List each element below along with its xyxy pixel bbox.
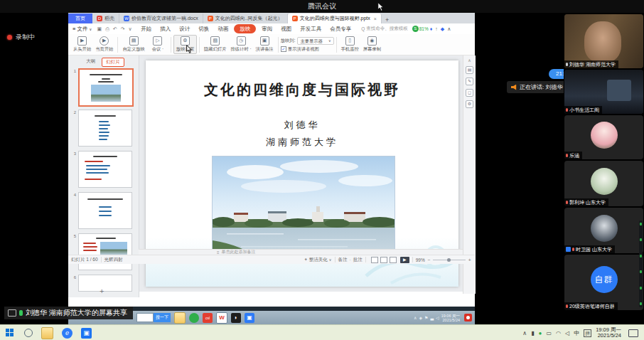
participant-tile-guolikun[interactable]: 郭利坤 山东大学 xyxy=(564,161,643,206)
reading-view-icon[interactable] xyxy=(390,257,397,263)
participant-tile-xiaoshusheng[interactable]: 小书生活工阁 xyxy=(564,70,643,114)
tray-shield-icon[interactable]: ◈ xyxy=(419,315,422,320)
search-go-button[interactable]: 搜一下 xyxy=(154,313,171,322)
slide-thumbnail-4[interactable]: 4 xyxy=(71,192,132,229)
beautify-button[interactable]: 整洁美化 xyxy=(309,257,328,263)
slide-thumbnail-5[interactable]: 5 xyxy=(71,233,132,270)
menu-tab-member[interactable]: 会员专享 xyxy=(326,24,355,33)
tray-volume-icon[interactable]: ◁ xyxy=(436,315,439,320)
outline-tab[interactable]: 大纲 xyxy=(82,58,99,67)
menu-tab-insert[interactable]: 插入 xyxy=(156,24,175,33)
slide-thumbnail-1[interactable]: 1 xyxy=(71,68,134,107)
tab-ppt-other[interactable]: P文化的四维向..同反集（起光） xyxy=(203,14,288,23)
ime-pinyin-indicator[interactable]: 拼 xyxy=(584,329,591,337)
file-menu-button[interactable]: ≡文件∨ xyxy=(68,26,95,33)
menu-tab-view[interactable]: 视图 xyxy=(277,24,296,33)
shared-search-box[interactable]: 搜一下 xyxy=(136,313,171,322)
slideshow-play-button[interactable]: ▶ xyxy=(400,257,409,263)
tab-docer[interactable]: D稻壳 xyxy=(92,14,119,23)
file-explorer-icon[interactable] xyxy=(41,327,53,339)
ime-indicator[interactable]: 中 xyxy=(574,329,579,337)
phone-remote-button[interactable]: ▯手机遥控 xyxy=(339,36,361,53)
print-icon[interactable]: ⎙ xyxy=(104,26,112,32)
tencent-meeting-icon[interactable]: ▣ xyxy=(81,328,92,339)
member-diamond-icon[interactable]: ◆ xyxy=(439,26,446,32)
hide-slide-button[interactable]: ▧隐藏幻灯片 xyxy=(202,36,228,53)
show-settings-button[interactable]: ⚙放映设置 xyxy=(173,35,197,54)
menu-tab-devtools[interactable]: 开发工具 xyxy=(296,24,326,33)
tab-ppt-active[interactable]: P文化的四维向度与国际视野.pptx× xyxy=(288,14,382,23)
redo-icon[interactable]: ↷ xyxy=(119,26,127,32)
menu-tab-start[interactable]: 开始 xyxy=(136,24,156,33)
menu-tab-design[interactable]: 设计 xyxy=(175,24,194,33)
custom-show-button[interactable]: ▤自定义放映 xyxy=(120,36,146,53)
tray-360-icon[interactable]: ● xyxy=(539,330,542,336)
action-center-icon[interactable] xyxy=(628,329,638,337)
new-tab-button[interactable]: + xyxy=(382,16,392,23)
normal-view-icon[interactable] xyxy=(371,257,378,263)
sync-status-badge[interactable]: S81% xyxy=(412,26,429,32)
upload-icon[interactable]: ↑ xyxy=(434,26,439,31)
zoom-out-button[interactable]: − xyxy=(428,257,431,262)
mic-toolbar-icon[interactable]: ♦ xyxy=(429,26,434,31)
slide-thumbnail-3[interactable]: 3 xyxy=(71,151,132,188)
pane-icon[interactable]: ▤ xyxy=(466,66,473,74)
meeting-button[interactable]: ▷会议 · xyxy=(147,36,168,53)
comment-icon[interactable]: ◻ xyxy=(466,89,473,97)
comments-toggle[interactable]: 批注 xyxy=(353,257,363,263)
slides-tab[interactable]: 幻灯片 xyxy=(102,58,124,67)
settings-icon[interactable]: ⚙ xyxy=(466,100,473,108)
browser-taskbar-icon[interactable] xyxy=(189,313,199,323)
volume-icon[interactable]: ◁ xyxy=(565,330,569,336)
more-icon[interactable]: ∨ xyxy=(127,26,134,32)
meeting-taskbar-icon[interactable]: ▣ xyxy=(245,313,254,323)
wifi-icon[interactable]: ◠ xyxy=(556,330,561,336)
participant-tile-liudehua[interactable]: 刘德华 湖南师范大学 xyxy=(564,14,643,68)
undo-icon[interactable]: ↶ xyxy=(111,26,119,32)
play-from-current-button[interactable]: ▶当页开始 xyxy=(93,36,115,53)
tab-home[interactable]: 首页 xyxy=(68,14,92,23)
menu-tab-slideshow[interactable]: 放映 xyxy=(234,24,256,33)
taskbar-clock[interactable]: 19:09 周一 2021/5/24 xyxy=(596,327,621,339)
notes-bar[interactable]: ≡ 单击此处添加备注 xyxy=(139,249,463,255)
wps-taskbar-icon[interactable]: W xyxy=(216,312,227,324)
explorer-taskbar-icon[interactable] xyxy=(174,312,186,324)
menu-tab-animation[interactable]: 动画 xyxy=(213,24,232,33)
notes-toggle[interactable]: 备注 xyxy=(338,257,348,263)
start-button[interactable] xyxy=(6,329,14,337)
search-field[interactable] xyxy=(136,313,154,322)
participant-tile-shiweiguo[interactable]: 时卫国 山东大学 xyxy=(564,208,643,253)
edit-icon[interactable]: ✎ xyxy=(466,78,473,85)
new-slide-button[interactable]: ＋ xyxy=(98,286,105,296)
sorter-view-icon[interactable] xyxy=(380,257,387,263)
tray-network-icon[interactable]: ▃ xyxy=(430,315,434,320)
tray-chevron-icon[interactable]: ∧ xyxy=(414,315,417,320)
save-icon[interactable]: ▣ xyxy=(95,26,104,32)
participant-tile-lehan[interactable]: 乐涵 xyxy=(564,115,643,159)
speaker-notes-button[interactable]: ▣演讲备注 xyxy=(254,36,276,53)
presenter-view-checkbox[interactable]: ✓显示演讲者视图 xyxy=(281,46,334,53)
rehearse-timing-button[interactable]: ◷排练计时 · xyxy=(229,36,254,53)
recorder-tray-icon[interactable] xyxy=(464,314,472,322)
battery-icon[interactable]: ▭ xyxy=(546,330,552,336)
edge-browser-icon[interactable]: e xyxy=(62,328,73,339)
netdisk-taskbar-icon[interactable]: csl xyxy=(203,313,213,323)
cortana-search-icon[interactable] xyxy=(24,329,33,337)
tray-phone-icon[interactable]: ▮ xyxy=(531,330,534,336)
tray-chevron-icon[interactable]: ∧ xyxy=(522,330,527,336)
tab-docx[interactable]: W价值教育论文课辅第一稿.docx xyxy=(119,14,203,23)
participant-panel-scrollbar[interactable] xyxy=(639,221,643,307)
zoom-slider[interactable] xyxy=(433,260,466,260)
slide-thumbnail-2[interactable]: 2 xyxy=(71,110,132,147)
screen-record-button[interactable]: ◉屏幕录制 xyxy=(361,36,383,53)
zoom-slider-knob[interactable] xyxy=(447,258,451,262)
shared-clock[interactable]: 19:06 周一 2021/5/24 xyxy=(441,314,460,322)
zoom-in-button[interactable]: ＋ xyxy=(468,257,473,263)
thumbnail-current-slide[interactable] xyxy=(78,68,134,107)
play-from-start-button[interactable]: ▶从头开始 xyxy=(71,36,93,53)
display-target-select[interactable]: 主要显示器∨ xyxy=(297,37,333,45)
participant-tile-heziqun[interactable]: 自群 20级英语笔译何自群 xyxy=(564,255,643,310)
menu-tab-review[interactable]: 审阅 xyxy=(257,24,277,33)
tray-flag-icon[interactable]: ⚑ xyxy=(424,315,428,320)
scroll-up-icon[interactable]: ∧ xyxy=(468,58,471,63)
